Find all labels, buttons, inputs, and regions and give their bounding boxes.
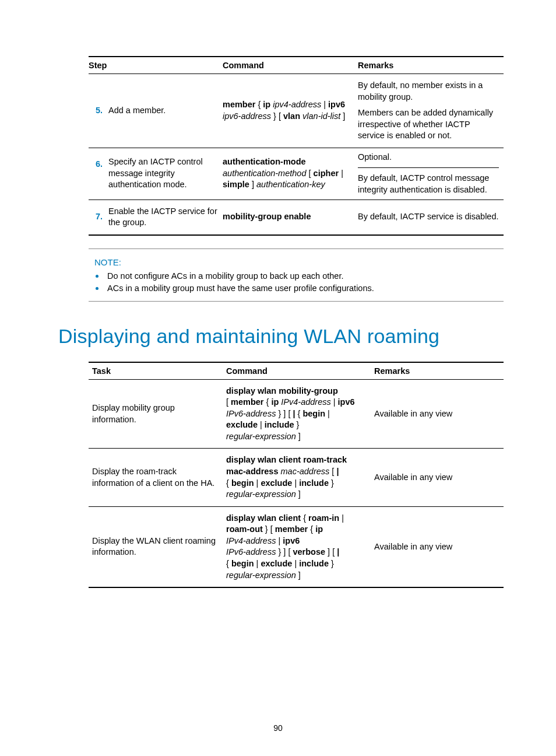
th-remarks: Remarks [371,362,504,380]
step-remarks: By default, IACTP service is disabled. [358,200,504,235]
steps-table: Step Command Remarks 5. Add a member. me… [89,56,504,236]
task-remarks: Available in any view [371,506,504,587]
step-number: 5. [89,74,108,148]
task-command: display wlan mobility-group [ member { i… [223,379,371,449]
step-desc: Specify an IACTP control message integri… [108,148,223,200]
note-item: Do not configure ACs in a mobility group… [105,271,504,281]
step-desc: Enable the IACTP service for the group. [108,200,223,235]
section-heading: Displaying and maintaining WLAN roaming [58,325,504,348]
tasks-table: Task Command Remarks Display mobility gr… [89,362,504,588]
th-remarks: Remarks [358,57,504,74]
task-remarks: Available in any view [371,379,504,449]
step-command: member { ip ipv4-address | ipv6 ipv6-add… [223,74,358,148]
step-command: mobility-group enable [223,200,358,235]
step-number: 6. [89,148,108,200]
step-desc: Add a member. [108,74,223,148]
th-command: Command [223,57,358,74]
task-desc: Display mobility group information. [89,379,223,449]
th-task: Task [89,362,223,380]
task-command: display wlan client roam-track mac-addre… [223,449,371,506]
step-remarks: Optional. By default, IACTP control mess… [358,148,504,200]
page-number: 90 [0,723,556,733]
th-step: Step [89,57,223,74]
task-desc: Display the WLAN client roaming informat… [89,506,223,587]
step-command: authentication-mode authentication-metho… [223,148,358,200]
step-number: 7. [89,200,108,235]
task-remarks: Available in any view [371,449,504,506]
task-desc: Display the roam-track information of a … [89,449,223,506]
task-command: display wlan client { roam-in | roam-out… [223,506,371,587]
note-item: ACs in a mobility group must have the sa… [105,283,504,293]
th-command: Command [223,362,371,380]
step-remarks: By default, no member exists in a mobili… [358,74,504,148]
note-box: NOTE: Do not configure ACs in a mobility… [89,249,504,302]
note-label: NOTE: [94,257,504,267]
